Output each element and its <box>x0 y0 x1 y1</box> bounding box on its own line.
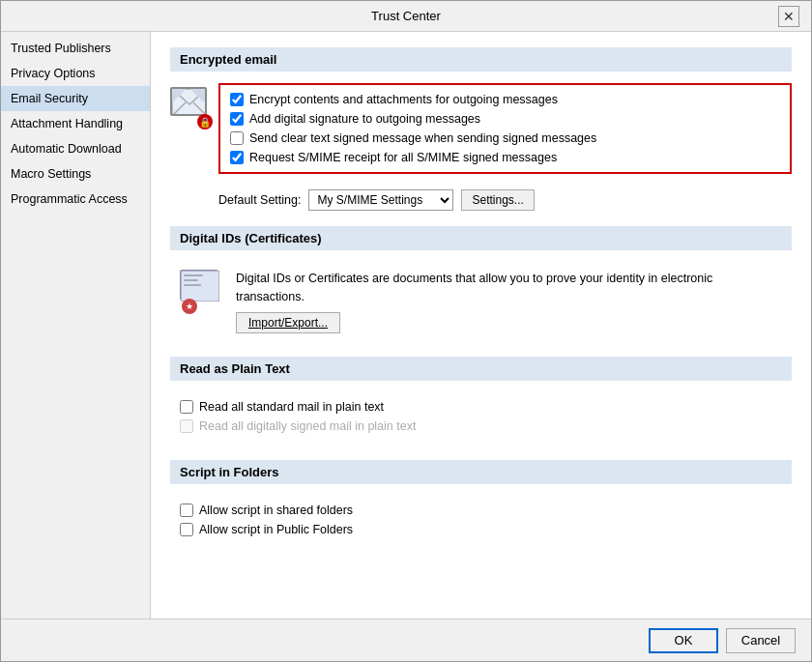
svg-line-1 <box>172 102 186 116</box>
read-standard-plain-label[interactable]: Read all standard mail in plain text <box>199 400 384 414</box>
svg-rect-4 <box>184 274 203 276</box>
sidebar-item-macro-settings[interactable]: Macro Settings <box>1 161 150 187</box>
send-clear-text-checkbox[interactable] <box>230 131 244 145</box>
dialog-body: Trusted PublishersPrivacy OptionsEmail S… <box>1 32 811 619</box>
main-content: Encrypted email 🔒 <box>151 32 811 619</box>
svg-rect-0 <box>172 89 207 116</box>
checkbox-row: Read all standard mail in plain text <box>180 400 782 414</box>
read-signed-plain-checkbox <box>180 419 193 433</box>
cert-badge-icon: ★ <box>182 299 197 314</box>
smime-select[interactable]: My S/MIME Settings <box>308 189 453 211</box>
sidebar-item-trusted-publishers[interactable]: Trusted Publishers <box>1 36 150 61</box>
checkbox-row: Request S/MIME receipt for all S/MIME si… <box>230 151 780 164</box>
title-bar: Trust Center ✕ <box>1 1 811 32</box>
email-icon: 🔒 <box>170 87 209 126</box>
encrypted-email-body: 🔒 Encrypt contents and attachments for o… <box>170 83 792 174</box>
read-plain-text-header: Read as Plain Text <box>170 357 792 381</box>
digital-ids-text-area: Digital IDs or Certificates are document… <box>236 270 782 333</box>
encrypt-contents-checkbox[interactable] <box>230 93 244 106</box>
default-setting-row: Default Setting: My S/MIME Settings Sett… <box>218 189 792 211</box>
read-signed-plain-label: Read all digitally signed mail in plain … <box>199 419 416 433</box>
ok-button[interactable]: OK <box>649 628 718 653</box>
sidebar-item-attachment-handling[interactable]: Attachment Handling <box>1 111 150 136</box>
script-in-folders-content: Allow script in shared folders Allow scr… <box>170 496 792 548</box>
request-smime-checkbox[interactable] <box>230 151 244 164</box>
checkbox-row: Allow script in Public Folders <box>180 523 782 536</box>
add-digital-sig-checkbox[interactable] <box>230 112 244 126</box>
allow-shared-checkbox[interactable] <box>180 504 193 517</box>
encrypted-email-header: Encrypted email <box>170 47 792 72</box>
checkbox-row: Encrypt contents and attachments for out… <box>230 93 780 106</box>
read-standard-plain-checkbox[interactable] <box>180 400 193 414</box>
sidebar: Trusted PublishersPrivacy OptionsEmail S… <box>1 32 151 619</box>
sidebar-item-privacy-options[interactable]: Privacy Options <box>1 61 150 86</box>
svg-rect-5 <box>184 279 198 281</box>
close-button[interactable]: ✕ <box>778 6 799 27</box>
digital-ids-description: Digital IDs or Certificates are document… <box>236 270 782 306</box>
allow-public-label[interactable]: Allow script in Public Folders <box>199 523 353 536</box>
cancel-button[interactable]: Cancel <box>726 628 796 653</box>
trust-center-dialog: Trust Center ✕ Trusted PublishersPrivacy… <box>0 0 812 662</box>
encrypt-contents-label[interactable]: Encrypt contents and attachments for out… <box>249 93 558 106</box>
allow-public-checkbox[interactable] <box>180 523 193 536</box>
checkbox-row: Allow script in shared folders <box>180 504 782 517</box>
digital-ids-section: Digital IDs (Certificates) ★ <box>170 226 792 341</box>
email-icon-graphic <box>170 87 207 116</box>
dialog-title: Trust Center <box>34 9 778 23</box>
sidebar-item-email-security[interactable]: Email Security <box>1 86 150 111</box>
read-plain-text-section: Read as Plain Text Read all standard mai… <box>170 357 792 445</box>
encrypted-email-section: Encrypted email 🔒 <box>170 47 792 211</box>
checkbox-row: Send clear text signed message when send… <box>230 131 780 145</box>
send-clear-text-label[interactable]: Send clear text signed message when send… <box>249 131 596 145</box>
read-plain-text-content: Read all standard mail in plain text Rea… <box>170 392 792 445</box>
checkbox-row-disabled: Read all digitally signed mail in plain … <box>180 419 782 433</box>
encrypted-email-checkboxes: Encrypt contents and attachments for out… <box>218 83 792 174</box>
add-digital-sig-label[interactable]: Add digital signature to outgoing messag… <box>249 112 480 126</box>
import-export-button[interactable]: Import/Export... <box>236 312 340 333</box>
request-smime-label[interactable]: Request S/MIME receipt for all S/MIME si… <box>249 151 557 164</box>
settings-button[interactable]: Settings... <box>461 189 534 211</box>
certificate-icon: ★ <box>180 270 222 308</box>
digital-ids-content: ★ Digital IDs or Certificates are docume… <box>170 262 792 341</box>
allow-shared-label[interactable]: Allow script in shared folders <box>199 504 353 517</box>
svg-rect-6 <box>184 284 201 286</box>
sidebar-item-automatic-download[interactable]: Automatic Download <box>1 136 150 161</box>
lock-badge-icon: 🔒 <box>197 114 213 130</box>
cert-card-graphic <box>180 270 218 301</box>
default-setting-label: Default Setting: <box>218 193 301 207</box>
script-in-folders-header: Script in Folders <box>170 460 792 484</box>
digital-ids-header: Digital IDs (Certificates) <box>170 226 792 250</box>
sidebar-item-programmatic-access[interactable]: Programmatic Access <box>1 187 150 212</box>
dialog-footer: OK Cancel <box>1 619 811 661</box>
script-in-folders-section: Script in Folders Allow script in shared… <box>170 460 792 548</box>
checkbox-row: Add digital signature to outgoing messag… <box>230 112 780 126</box>
